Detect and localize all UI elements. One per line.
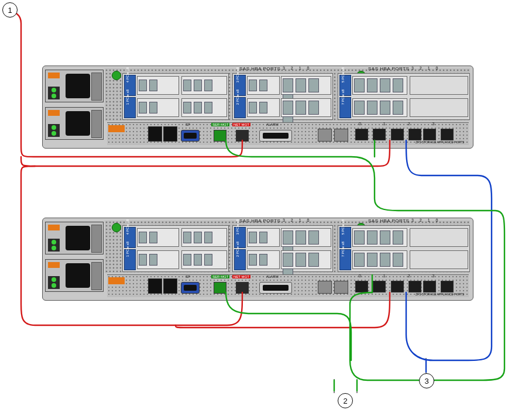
callout-2-label: 2 xyxy=(343,397,347,405)
cable-green xyxy=(226,140,504,391)
callout-1: 1 xyxy=(2,2,18,18)
cable-red xyxy=(11,12,390,328)
cable-overlay xyxy=(0,0,515,420)
callout-leaders xyxy=(334,358,426,393)
callout-1-label: 1 xyxy=(8,6,12,14)
cable-blue xyxy=(406,140,492,372)
callout-3-label: 3 xyxy=(424,377,428,385)
callout-3: 3 xyxy=(419,373,434,388)
callout-2: 2 xyxy=(338,393,353,408)
